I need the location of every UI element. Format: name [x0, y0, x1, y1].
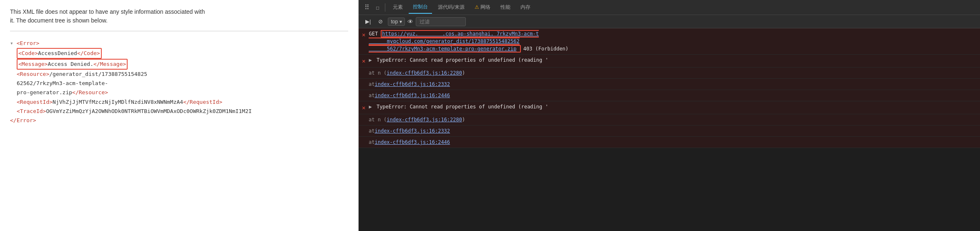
- link-1b[interactable]: index-cffb6df3.js:16:2332: [374, 80, 450, 88]
- tab-sources[interactable]: 源代码/来源: [434, 1, 468, 13]
- expand-arrow-2[interactable]: ▶: [369, 104, 372, 110]
- console-sub-entry-2b: at index-cffb6df3.js:16:2332: [359, 126, 980, 137]
- link-2a[interactable]: index-cffb6df3.js:16:2280: [387, 116, 462, 123]
- tab-console[interactable]: 控制台: [409, 1, 432, 14]
- xml-root-open: ▾ <Error>: [10, 39, 348, 48]
- typeerror-2-content: ▶ TypeError: Cannot read properties of u…: [369, 103, 977, 110]
- error-icon-1: ✕: [362, 30, 365, 39]
- console-sub-entry-2a: at n (index-cffb6df3.js:16:2280): [359, 114, 980, 126]
- typeerror-1-content: ▶ TypeError: Cannot read properties of u…: [369, 56, 977, 64]
- console-output: ✕ GET https://yuz. .cos.ap-shanghai. 7rk…: [359, 28, 980, 231]
- tab-performance[interactable]: 性能: [496, 1, 515, 13]
- sidebar-toggle-button[interactable]: ▶|: [363, 17, 373, 26]
- expand-arrow-1[interactable]: ▶: [369, 57, 372, 63]
- get-url[interactable]: https://yuz. .cos.ap-shanghai. 7rkzyMn3-…: [369, 31, 539, 52]
- link-1c[interactable]: index-cffb6df3.js:16:2446: [374, 92, 450, 99]
- eye-icon[interactable]: 👁: [407, 18, 413, 25]
- xml-tree: ▾ <Error> <Code>AccessDenied</Code> <Mes…: [10, 39, 348, 125]
- link-1a[interactable]: index-cffb6df3.js:16:2280: [387, 69, 462, 77]
- xml-message-line: <Message>Access Denied.</Message>: [10, 59, 348, 70]
- error-icon-3: ✕: [362, 103, 365, 112]
- error-icon-2: ✕: [362, 57, 365, 65]
- xml-resource-line2: 62562/7rkzyMn3-acm-template-: [10, 79, 348, 88]
- tab-elements[interactable]: 元素: [389, 1, 407, 13]
- tab-network[interactable]: ⚠ 网络: [470, 1, 495, 13]
- xml-requestid-line: <RequestId>NjVhZjJjMTVfMzczNjIyMDlfNzdiN…: [10, 98, 348, 107]
- tab-divider-1: [385, 3, 385, 12]
- filter-input[interactable]: [416, 17, 466, 26]
- context-selector[interactable]: top ▾: [388, 18, 405, 26]
- link-2b[interactable]: index-cffb6df3.js:16:2332: [374, 127, 450, 135]
- console-entry-typeerror-2: ✕ ▶ TypeError: Cannot read properties of…: [359, 101, 980, 114]
- console-sub-entry-1a: at n (index-cffb6df3.js:16:2280): [359, 68, 980, 79]
- devtools-topbar: ⠿ ☐ 元素 控制台 源代码/来源 ⚠ 网络 性能 内存: [359, 0, 980, 15]
- console-sub-entry-1c: at index-cffb6df3.js:16:2446: [359, 90, 980, 101]
- console-entry-get: ✕ GET https://yuz. .cos.ap-shanghai. 7rk…: [359, 28, 980, 55]
- console-sub-entry-2c: at index-cffb6df3.js:16:2446: [359, 137, 980, 148]
- xml-traceid-line: <TraceId>OGVmYzZiMmQzYjA2OWNhODk0NTRkMTB…: [10, 107, 348, 116]
- intro-text: This XML file does not appear to have an…: [10, 8, 348, 31]
- console-entry-typeerror-1: ✕ ▶ TypeError: Cannot read properties of…: [359, 55, 980, 68]
- xml-code-line: <Code>AccessDenied</Code>: [10, 48, 348, 59]
- xml-resource-line: <Resource>/generator_dist/17388755154825: [10, 70, 348, 79]
- devtools-panel: ⠿ ☐ 元素 控制台 源代码/来源 ⚠ 网络 性能 内存 ▶| ⊘ top ▾ …: [359, 0, 980, 231]
- console-sub-entry-1b: at index-cffb6df3.js:16:2332: [359, 79, 980, 90]
- xml-root-close: </Error>: [10, 116, 348, 125]
- devtools-icon-inspect[interactable]: ☐: [373, 3, 382, 13]
- devtools-icon-grid[interactable]: ⠿: [362, 2, 372, 13]
- url-highlight-box: https://yuz. .cos.ap-shanghai. 7rkzyMn3-…: [369, 30, 539, 53]
- get-status: 403 (Forbidden): [523, 46, 568, 52]
- tab-memory[interactable]: 内存: [516, 1, 535, 13]
- devtools-secondbar: ▶| ⊘ top ▾ 👁: [359, 15, 980, 28]
- xml-resource-line3: pro-generator.zip</Resource>: [10, 88, 348, 97]
- get-entry-content: GET https://yuz. .cos.ap-shanghai. 7rkzy…: [369, 30, 977, 53]
- left-panel: This XML file does not appear to have an…: [0, 0, 359, 231]
- block-button[interactable]: ⊘: [376, 17, 385, 26]
- link-2c[interactable]: index-cffb6df3.js:16:2446: [374, 138, 450, 146]
